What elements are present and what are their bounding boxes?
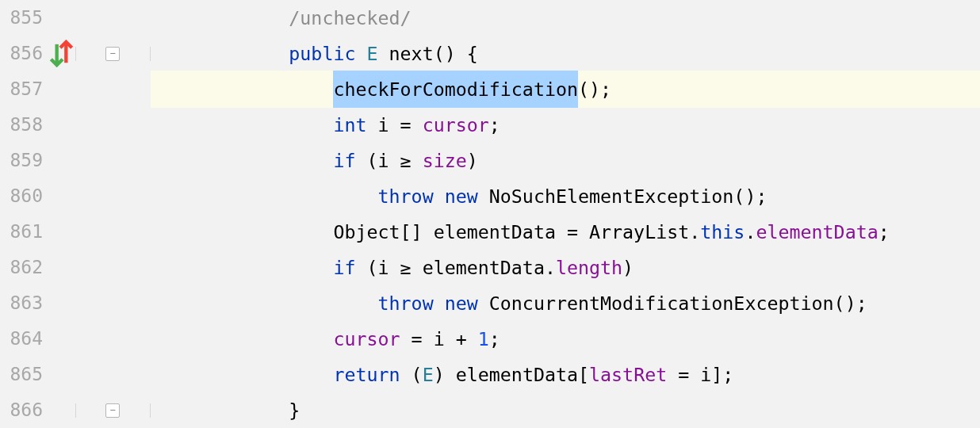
code-editor[interactable]: 855 /unchecked/856− public E next() {857… xyxy=(0,0,980,428)
code-text[interactable]: public E next() { xyxy=(151,36,980,71)
code-line[interactable]: 865 return (E) elementData[lastRet = i]; xyxy=(0,357,980,392)
code-line[interactable]: 864 cursor = i + 1; xyxy=(0,321,980,357)
code-text[interactable]: } xyxy=(151,392,980,428)
token-id: ) xyxy=(467,143,478,178)
line-number: 863 xyxy=(0,285,48,321)
token-cmt: unchecked xyxy=(300,0,400,36)
token-kw: int xyxy=(333,107,377,143)
token-id: i = xyxy=(378,107,423,143)
line-number: 858 xyxy=(0,107,48,143)
code-line[interactable]: 861 Object[] elementData = ArrayList.thi… xyxy=(0,214,980,250)
token-id: ( xyxy=(412,357,423,392)
code-text[interactable]: checkForComodification(); xyxy=(151,71,980,108)
gutter-icon-slot xyxy=(48,40,75,67)
token-id: = i]; xyxy=(678,357,733,392)
token-id: ; xyxy=(879,214,890,250)
line-number: 859 xyxy=(0,143,48,178)
token-typ: E xyxy=(367,36,389,71)
token-id: } xyxy=(289,392,300,428)
fold-column: − xyxy=(75,47,151,61)
token-id: (); xyxy=(578,71,611,107)
token-kw: return xyxy=(333,357,411,392)
token-kw: public xyxy=(289,36,366,71)
code-line[interactable]: 859 if (i ≥ size) xyxy=(0,143,980,178)
line-number: 857 xyxy=(0,71,48,107)
code-text[interactable]: if (i ≥ elementData.length) xyxy=(151,250,980,285)
code-line[interactable]: 866− } xyxy=(0,392,980,428)
token-fld: size xyxy=(423,143,467,178)
line-number: 864 xyxy=(0,321,48,357)
token-id: next xyxy=(389,36,434,71)
fold-handle[interactable]: − xyxy=(105,47,120,61)
token-id: ) elementData[ xyxy=(434,357,589,392)
token-fld: cursor xyxy=(333,321,411,357)
code-text[interactable]: int i = cursor; xyxy=(151,107,980,143)
token-id: ConcurrentModificationException(); xyxy=(489,285,867,321)
token-id: (i ≥ xyxy=(367,143,423,178)
code-text[interactable]: /unchecked/ xyxy=(151,0,980,36)
code-text[interactable]: throw new ConcurrentModificationExceptio… xyxy=(151,285,980,321)
code-line[interactable]: 856− public E next() { xyxy=(0,36,980,71)
code-text[interactable]: cursor = i + 1; xyxy=(151,321,980,357)
code-line[interactable]: 858 int i = cursor; xyxy=(0,107,980,143)
token-cmt: / xyxy=(400,0,412,36)
line-number: 865 xyxy=(0,357,48,392)
token-id: (i ≥ elementData. xyxy=(367,250,556,285)
token-fld: elementData xyxy=(756,214,878,250)
token-id: . xyxy=(745,214,756,250)
code-line[interactable]: 857 checkForComodification(); xyxy=(0,71,980,107)
code-text[interactable]: throw new NoSuchElementException(); xyxy=(151,178,980,214)
token-num: 1 xyxy=(478,321,489,357)
token-kw: throw new xyxy=(378,285,489,321)
token-id: () { xyxy=(434,36,478,71)
token-id: ; xyxy=(489,321,500,357)
code-line[interactable]: 855 /unchecked/ xyxy=(0,0,980,36)
token-fld: lastRet xyxy=(589,357,678,392)
override-icon xyxy=(48,40,75,67)
line-number: 862 xyxy=(0,250,48,285)
token-id: NoSuchElementException(); xyxy=(489,178,768,214)
token-typ: E xyxy=(423,357,434,392)
token-id: checkForComodification xyxy=(333,71,578,108)
code-line[interactable]: 863 throw new ConcurrentModificationExce… xyxy=(0,285,980,321)
code-line[interactable]: 860 throw new NoSuchElementException(); xyxy=(0,178,980,214)
code-text[interactable]: if (i ≥ size) xyxy=(151,143,980,178)
token-id: = i + xyxy=(412,321,478,357)
token-id: ) xyxy=(622,250,634,285)
line-number: 860 xyxy=(0,178,48,214)
token-kw: this xyxy=(700,214,745,250)
token-kw: if xyxy=(333,250,366,285)
token-id: ; xyxy=(489,107,500,143)
line-number: 861 xyxy=(0,214,48,250)
token-kw: throw new xyxy=(378,178,489,214)
code-text[interactable]: return (E) elementData[lastRet = i]; xyxy=(151,357,980,392)
line-number: 856 xyxy=(0,36,48,71)
code-line[interactable]: 862 if (i ≥ elementData.length) xyxy=(0,250,980,285)
line-number: 866 xyxy=(0,392,48,428)
token-kw: if xyxy=(333,143,366,178)
token-cmt: / xyxy=(289,0,300,36)
token-fld: length xyxy=(556,250,622,285)
code-text[interactable]: Object[] elementData = ArrayList.this.el… xyxy=(151,214,980,250)
fold-column: − xyxy=(75,403,151,418)
token-id: Object[] elementData = ArrayList. xyxy=(333,214,700,250)
token-fld: cursor xyxy=(423,107,489,143)
fold-handle[interactable]: − xyxy=(105,403,120,418)
line-number: 855 xyxy=(0,0,48,36)
